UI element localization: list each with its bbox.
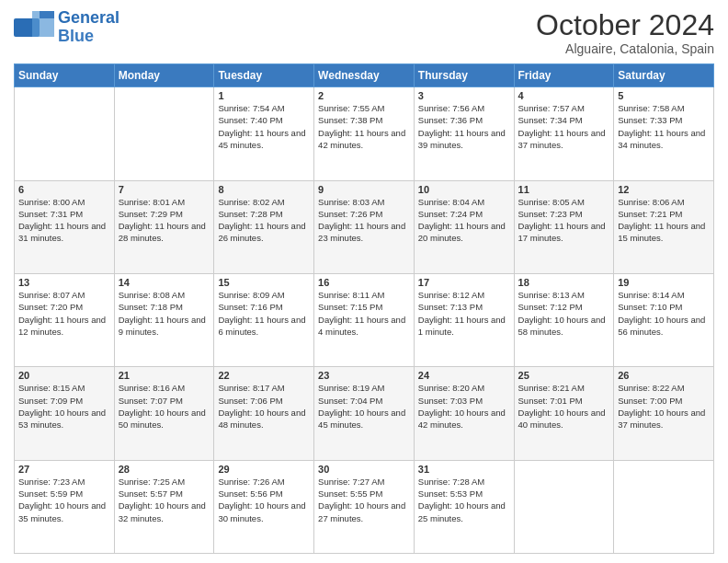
day-number: 30	[318, 464, 410, 475]
calendar-cell	[614, 460, 714, 553]
day-number: 26	[618, 370, 710, 381]
day-number: 13	[18, 277, 110, 288]
page: General Blue October 2024 Alguaire, Cata…	[0, 0, 728, 563]
day-info: Sunrise: 8:06 AM Sunset: 7:21 PM Dayligh…	[618, 196, 710, 245]
day-number: 14	[119, 277, 210, 288]
day-info: Sunrise: 7:56 AM Sunset: 7:36 PM Dayligh…	[418, 102, 510, 151]
day-number: 5	[618, 90, 710, 101]
weekday-header-saturday: Saturday	[614, 64, 714, 87]
day-number: 1	[218, 90, 310, 101]
calendar-cell: 24Sunrise: 8:20 AM Sunset: 7:03 PM Dayli…	[414, 367, 514, 460]
calendar-cell: 6Sunrise: 8:00 AM Sunset: 7:31 PM Daylig…	[15, 180, 115, 273]
day-number: 24	[418, 370, 510, 381]
logo: General Blue	[14, 9, 119, 46]
week-row-2: 6Sunrise: 8:00 AM Sunset: 7:31 PM Daylig…	[15, 180, 714, 273]
calendar-cell	[114, 87, 214, 180]
day-info: Sunrise: 8:05 AM Sunset: 7:23 PM Dayligh…	[518, 196, 610, 245]
day-info: Sunrise: 8:07 AM Sunset: 7:20 PM Dayligh…	[18, 289, 110, 338]
day-number: 12	[618, 184, 710, 195]
calendar-cell: 28Sunrise: 7:25 AM Sunset: 5:57 PM Dayli…	[114, 460, 214, 553]
calendar-cell: 31Sunrise: 7:28 AM Sunset: 5:53 PM Dayli…	[414, 460, 514, 553]
weekday-header-friday: Friday	[514, 64, 614, 87]
week-row-3: 13Sunrise: 8:07 AM Sunset: 7:20 PM Dayli…	[15, 273, 714, 366]
calendar-cell: 9Sunrise: 8:03 AM Sunset: 7:26 PM Daylig…	[314, 180, 415, 273]
day-number: 10	[418, 184, 510, 195]
calendar-cell: 26Sunrise: 8:22 AM Sunset: 7:00 PM Dayli…	[614, 367, 714, 460]
week-row-1: 1Sunrise: 7:54 AM Sunset: 7:40 PM Daylig…	[15, 87, 714, 180]
calendar-cell: 19Sunrise: 8:14 AM Sunset: 7:10 PM Dayli…	[614, 273, 714, 366]
day-number: 16	[318, 277, 410, 288]
day-info: Sunrise: 7:25 AM Sunset: 5:57 PM Dayligh…	[119, 476, 210, 524]
day-info: Sunrise: 8:00 AM Sunset: 7:31 PM Dayligh…	[18, 196, 110, 245]
weekday-header-row: SundayMondayTuesdayWednesdayThursdayFrid…	[15, 64, 714, 87]
day-number: 25	[518, 370, 610, 381]
calendar-cell: 10Sunrise: 8:04 AM Sunset: 7:24 PM Dayli…	[414, 180, 514, 273]
calendar-cell: 12Sunrise: 8:06 AM Sunset: 7:21 PM Dayli…	[614, 180, 714, 273]
day-info: Sunrise: 8:20 AM Sunset: 7:03 PM Dayligh…	[418, 382, 510, 431]
calendar-cell	[15, 87, 115, 180]
calendar-cell: 30Sunrise: 7:27 AM Sunset: 5:55 PM Dayli…	[314, 460, 415, 553]
day-info: Sunrise: 8:22 AM Sunset: 7:00 PM Dayligh…	[618, 382, 710, 431]
calendar-cell: 27Sunrise: 7:23 AM Sunset: 5:59 PM Dayli…	[15, 460, 115, 553]
header: General Blue October 2024 Alguaire, Cata…	[14, 9, 714, 56]
logo-line2: Blue	[58, 28, 119, 46]
location-title: Alguaire, Catalonia, Spain	[536, 41, 714, 56]
day-info: Sunrise: 8:16 AM Sunset: 7:07 PM Dayligh…	[119, 382, 210, 431]
day-number: 7	[119, 184, 210, 195]
day-info: Sunrise: 8:12 AM Sunset: 7:13 PM Dayligh…	[418, 289, 510, 338]
day-info: Sunrise: 8:15 AM Sunset: 7:09 PM Dayligh…	[18, 382, 110, 431]
day-number: 8	[218, 184, 310, 195]
day-info: Sunrise: 8:04 AM Sunset: 7:24 PM Dayligh…	[418, 196, 510, 245]
logo-line1: General	[58, 9, 119, 28]
day-info: Sunrise: 8:01 AM Sunset: 7:29 PM Dayligh…	[119, 196, 210, 245]
day-info: Sunrise: 7:26 AM Sunset: 5:56 PM Dayligh…	[218, 476, 310, 524]
day-number: 15	[218, 277, 310, 288]
day-number: 21	[119, 370, 210, 381]
calendar-cell: 29Sunrise: 7:26 AM Sunset: 5:56 PM Dayli…	[214, 460, 314, 553]
day-number: 31	[418, 464, 510, 475]
calendar-cell: 18Sunrise: 8:13 AM Sunset: 7:12 PM Dayli…	[514, 273, 614, 366]
calendar-cell: 20Sunrise: 8:15 AM Sunset: 7:09 PM Dayli…	[15, 367, 115, 460]
calendar-cell: 25Sunrise: 8:21 AM Sunset: 7:01 PM Dayli…	[514, 367, 614, 460]
day-info: Sunrise: 7:28 AM Sunset: 5:53 PM Dayligh…	[418, 476, 510, 524]
day-info: Sunrise: 7:55 AM Sunset: 7:38 PM Dayligh…	[318, 102, 410, 151]
day-info: Sunrise: 8:09 AM Sunset: 7:16 PM Dayligh…	[218, 289, 310, 338]
day-info: Sunrise: 8:13 AM Sunset: 7:12 PM Dayligh…	[518, 289, 610, 338]
day-info: Sunrise: 7:58 AM Sunset: 7:33 PM Dayligh…	[618, 102, 710, 151]
calendar-cell	[514, 460, 614, 553]
calendar-cell: 2Sunrise: 7:55 AM Sunset: 7:38 PM Daylig…	[314, 87, 415, 180]
calendar-cell: 7Sunrise: 8:01 AM Sunset: 7:29 PM Daylig…	[114, 180, 214, 273]
day-number: 4	[518, 90, 610, 101]
calendar-cell: 1Sunrise: 7:54 AM Sunset: 7:40 PM Daylig…	[214, 87, 314, 180]
week-row-5: 27Sunrise: 7:23 AM Sunset: 5:59 PM Dayli…	[15, 460, 714, 553]
calendar-cell: 22Sunrise: 8:17 AM Sunset: 7:06 PM Dayli…	[214, 367, 314, 460]
weekday-header-monday: Monday	[114, 64, 214, 87]
logo-text: General Blue	[58, 9, 119, 46]
day-info: Sunrise: 8:17 AM Sunset: 7:06 PM Dayligh…	[218, 382, 310, 431]
weekday-header-tuesday: Tuesday	[214, 64, 314, 87]
calendar-cell: 4Sunrise: 7:57 AM Sunset: 7:34 PM Daylig…	[514, 87, 614, 180]
calendar-cell: 16Sunrise: 8:11 AM Sunset: 7:15 PM Dayli…	[314, 273, 415, 366]
calendar-cell: 17Sunrise: 8:12 AM Sunset: 7:13 PM Dayli…	[414, 273, 514, 366]
title-block: October 2024 Alguaire, Catalonia, Spain	[536, 9, 714, 56]
day-info: Sunrise: 8:08 AM Sunset: 7:18 PM Dayligh…	[119, 289, 210, 338]
day-info: Sunrise: 7:54 AM Sunset: 7:40 PM Dayligh…	[218, 102, 310, 151]
day-number: 19	[618, 277, 710, 288]
day-number: 18	[518, 277, 610, 288]
day-info: Sunrise: 8:03 AM Sunset: 7:26 PM Dayligh…	[318, 196, 410, 245]
calendar-cell: 14Sunrise: 8:08 AM Sunset: 7:18 PM Dayli…	[114, 273, 214, 366]
weekday-header-sunday: Sunday	[15, 64, 115, 87]
day-info: Sunrise: 8:11 AM Sunset: 7:15 PM Dayligh…	[318, 289, 410, 338]
day-number: 20	[18, 370, 110, 381]
calendar-cell: 11Sunrise: 8:05 AM Sunset: 7:23 PM Dayli…	[514, 180, 614, 273]
day-info: Sunrise: 8:21 AM Sunset: 7:01 PM Dayligh…	[518, 382, 610, 431]
calendar-cell: 5Sunrise: 7:58 AM Sunset: 7:33 PM Daylig…	[614, 87, 714, 180]
week-row-4: 20Sunrise: 8:15 AM Sunset: 7:09 PM Dayli…	[15, 367, 714, 460]
day-number: 6	[18, 184, 110, 195]
day-number: 29	[218, 464, 310, 475]
day-number: 28	[119, 464, 210, 475]
weekday-header-wednesday: Wednesday	[314, 64, 415, 87]
day-info: Sunrise: 8:19 AM Sunset: 7:04 PM Dayligh…	[318, 382, 410, 431]
day-number: 23	[318, 370, 410, 381]
day-number: 2	[318, 90, 410, 101]
